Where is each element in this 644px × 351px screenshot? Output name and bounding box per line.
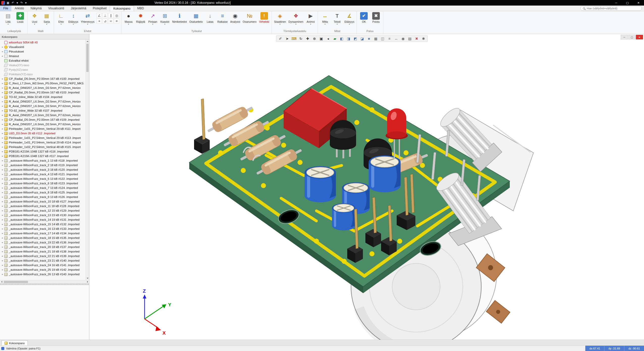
expander-icon[interactable]: ▸ xyxy=(1,128,4,130)
pin-icon[interactable]: ✐ xyxy=(277,36,284,41)
expander-icon[interactable]: ▸ xyxy=(1,164,4,166)
expander-icon[interactable]: ▸ xyxy=(1,100,4,103)
tree-item[interactable]: ▸_autosave-WilsonFuzz_track_7 13 kB #124… xyxy=(0,186,86,190)
expander-icon[interactable]: ▸ xyxy=(1,182,4,185)
tree-item[interactable]: ▸_autosave-WilsonFuzz_track_23 21 kB #14… xyxy=(0,258,86,263)
scrollbar-thumb[interactable] xyxy=(86,44,89,72)
perpendicular-constraint-icon[interactable]: ⊥ xyxy=(102,13,108,18)
hscrollbar-thumb[interactable] xyxy=(4,281,28,283)
orbit-icon[interactable]: ↻ xyxy=(298,36,304,41)
tree-item[interactable]: ▸_autosave-WilsonFuzz_track_3 18 kB #120… xyxy=(0,167,86,172)
expander-icon[interactable]: ▸ xyxy=(1,209,4,212)
tree-item[interactable]: ▸TO-92_Inline_Wide 32 kB #104 .Imported xyxy=(0,95,86,99)
tree-item[interactable]: ▸_autosave-WilsonFuzz_track_15 14 kB #13… xyxy=(0,222,86,227)
tree-item[interactable]: ▸_autosave-WilsonFuzz_track_9 13 kB #126… xyxy=(0,195,86,199)
tree-item[interactable]: ▸PinHeader_1x02_P2.54mm_Vertical 48 kB #… xyxy=(0,145,86,149)
expander-icon[interactable]: ▸ xyxy=(1,228,4,230)
expander-icon[interactable]: ▸ xyxy=(1,218,4,221)
ribbon-button-sarja[interactable]: ▦Sarja▾ xyxy=(41,12,52,25)
expander-icon[interactable]: ▸ xyxy=(1,146,4,148)
previous-view-icon[interactable]: ◂ xyxy=(325,36,331,41)
tree-item[interactable]: ▸R_Axial_DIN0207_L6.3mm_D2.5mm_P7.62mm_H… xyxy=(0,86,86,90)
doc-minimize-button[interactable]: ─ xyxy=(621,35,628,39)
tree-item[interactable]: ▸Piirustukset xyxy=(0,49,86,54)
expander-icon[interactable]: ▸ xyxy=(1,173,4,176)
scroll-left-icon[interactable] xyxy=(0,280,3,283)
vertex-logo-icon[interactable] xyxy=(1,1,5,5)
tree-item[interactable]: ▸PinHeader_1x01_P2.54mm_Vertical 29 kB #… xyxy=(0,140,86,145)
wireframe-mode-icon[interactable]: ▦ xyxy=(372,36,379,41)
expander-icon[interactable]: ▸ xyxy=(1,232,4,235)
tree-item[interactable]: ▸_autosave-WilsonFuzz_track_16 13 kB #13… xyxy=(0,227,86,231)
ribbon-button-teksti[interactable]: TTeksti▾ xyxy=(331,12,343,25)
expander-icon[interactable]: ▸ xyxy=(1,264,4,266)
view-front-icon[interactable]: ◨ xyxy=(345,36,352,41)
electrolytic-capacitor[interactable] xyxy=(369,156,400,192)
ribbon-button-ok[interactable]: ✔OK xyxy=(358,12,370,23)
panel-splitter[interactable] xyxy=(0,283,89,285)
search-input[interactable]: Hae (välilyönti+välilyönti) xyxy=(580,6,642,11)
print-icon[interactable]: ▤ xyxy=(407,36,413,41)
tree-item[interactable]: ▸_autosave-WilsonFuzz_track_19 22 kB #13… xyxy=(0,240,86,245)
expander-icon[interactable]: ▸ xyxy=(1,196,4,198)
tree-item[interactable]: ▸_autosave-WilsonFuzz_track_8 18 kB #125… xyxy=(0,190,86,195)
ribbon-button-ehto[interactable]: ∟Ehto▾ xyxy=(55,12,67,25)
ribbon-button-liitä[interactable]: ▤Liitä▾ xyxy=(2,12,14,25)
expander-icon[interactable]: ▸ xyxy=(1,268,4,271)
electrolytic-capacitor[interactable] xyxy=(332,203,356,230)
expander-icon[interactable]: ▸ xyxy=(1,155,4,157)
ribbon-button-räjäytä[interactable]: ✸Räjäytä xyxy=(135,12,146,23)
tree-item[interactable]: ▸C_Rect_L7.2mm_W2.5mm_P5.00mm_FKS2_FKP2_… xyxy=(0,81,86,86)
tree-item[interactable]: ▸R_Axial_DIN0207_L6.3mm_D2.5mm_P7.62mm_H… xyxy=(0,113,86,117)
ribbon-button-lataa[interactable]: ↓Lataa xyxy=(204,12,216,23)
document-tab-kokoonpano[interactable]: Kokoonpano xyxy=(2,340,28,345)
tree-item[interactable]: ▸_autosave-WilsonFuzz_track_6 18 kB #123… xyxy=(0,181,86,186)
expander-icon[interactable]: ▸ xyxy=(1,223,4,225)
tree-item[interactable]: ▸_autosave-WilsonFuzz_track_10 18 kB #12… xyxy=(0,199,86,204)
scroll-right-icon[interactable] xyxy=(86,280,89,283)
expander-icon[interactable]: ▸ xyxy=(1,237,4,239)
expander-icon[interactable]: ▸ xyxy=(1,109,4,112)
ribbon-button-pintaan[interactable]: ↗Pintaan▾ xyxy=(147,12,158,25)
expander-icon[interactable]: ▸ xyxy=(1,246,4,248)
tree-item[interactable]: ▸_autosave-WilsonFuzz_track_13 23 kB #13… xyxy=(0,213,86,217)
redo-icon[interactable]: ↷ xyxy=(19,0,23,6)
fix-constraint-icon[interactable]: ≡ xyxy=(114,18,119,24)
tree-item[interactable]: Esivalitut ehdot xyxy=(0,58,86,63)
symmetry-constraint-icon[interactable]: ≍ xyxy=(108,18,114,24)
expander-icon[interactable]: ▸ xyxy=(1,259,4,262)
expander-icon[interactable]: ▸ xyxy=(1,91,4,94)
part-select-icon[interactable]: ▰ xyxy=(332,36,338,41)
tab-järjestelmä[interactable]: Järjestelmä xyxy=(67,6,89,11)
tree-item[interactable]: ▸_autosave-WilsonFuzz_track_21 18 kB #13… xyxy=(0,249,86,254)
tab-näkymä[interactable]: Näkymä xyxy=(27,6,45,11)
tree-item[interactable]: ▸_autosave-WilsonFuzz_track_22 21 kB #13… xyxy=(0,254,86,258)
zoom-icon[interactable]: ⊕ xyxy=(311,36,318,41)
ribbon-button-nimiketiedot[interactable]: ℹNimiketiedot xyxy=(171,12,188,23)
view-top-icon[interactable]: ◧ xyxy=(338,36,345,41)
tree-item[interactable]: ▸_autosave-WilsonFuzz_track_5 13 kB #122… xyxy=(0,177,86,181)
expander-icon[interactable]: ▸ xyxy=(1,132,4,135)
tree-item[interactable]: ▸R_Axial_DIN0207_L6.3mm_D2.5mm_P7.62mm_H… xyxy=(0,104,86,108)
expander-icon[interactable]: ▸ xyxy=(1,82,4,85)
coincident-constraint-icon[interactable]: ⌖ xyxy=(96,18,102,24)
ribbon-button-lisää[interactable]: ✚Lisää xyxy=(14,12,26,23)
undo-icon[interactable]: ↶ xyxy=(11,0,15,6)
tree-item[interactable]: ▸PDB181-K215K-104B 1327 kB #116 .Importe… xyxy=(0,149,86,154)
expander-icon[interactable]: ▸ xyxy=(1,137,4,139)
tree-item[interactable]: ▸_autosave-WilsonFuzz_track_17 14 kB #13… xyxy=(0,231,86,236)
tree-item[interactable]: ▸Ilmaisut xyxy=(0,54,86,58)
expander-icon[interactable]: ▸ xyxy=(1,200,4,203)
expander-icon[interactable]: ▸ xyxy=(1,114,4,116)
tab-visualisointi[interactable]: Visualisointi xyxy=(45,6,67,11)
tree-item[interactable]: ▸_autosave-WilsonFuzz_track_20 18 kB #13… xyxy=(0,245,86,249)
minimize-button[interactable]: ─ xyxy=(611,0,622,6)
view-right-icon[interactable]: ◩ xyxy=(352,36,359,41)
concentric-constraint-icon[interactable]: ◎ xyxy=(114,13,119,18)
tree-item[interactable]: ▸LED_D3.0mm 35 kB #112 .Imported xyxy=(0,131,86,136)
shaded-mode-icon[interactable]: ■ xyxy=(366,36,372,41)
expander-icon[interactable]: ▸ xyxy=(1,255,4,257)
expander-icon[interactable]: ▸ xyxy=(1,87,4,89)
3d-scene[interactable]: Z Y X xyxy=(89,34,644,340)
ribbon-button-animoi[interactable]: ▶Animoi▾ xyxy=(305,12,316,25)
